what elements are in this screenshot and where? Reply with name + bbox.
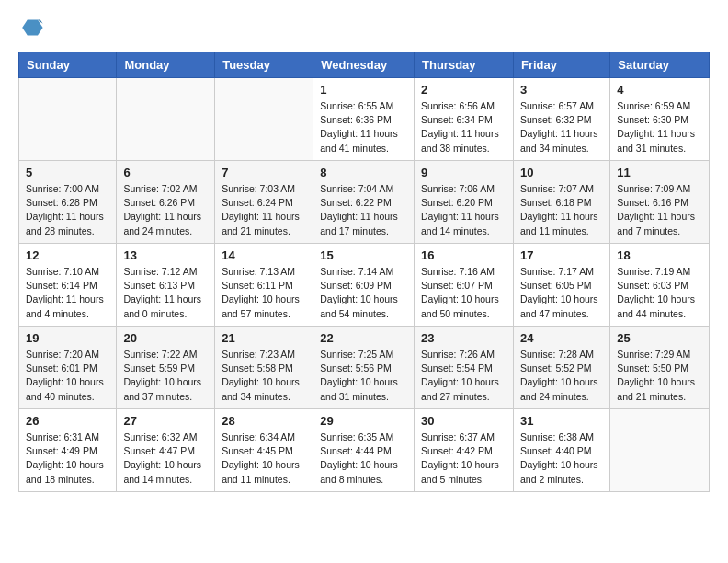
day-number: 12 [26,248,109,262]
calendar-cell: 19Sunrise: 7:20 AM Sunset: 6:01 PM Dayli… [19,327,117,409]
week-row-3: 12Sunrise: 7:10 AM Sunset: 6:14 PM Dayli… [19,244,710,327]
day-number: 9 [421,166,506,179]
calendar-cell: 10Sunrise: 7:07 AM Sunset: 6:18 PM Dayli… [513,161,609,244]
day-info: Sunrise: 6:31 AM Sunset: 4:49 PM Dayligh… [26,431,109,487]
calendar-cell: 1Sunrise: 6:55 AM Sunset: 6:36 PM Daylig… [313,78,415,161]
day-info: Sunrise: 7:03 AM Sunset: 6:24 PM Dayligh… [222,182,306,238]
calendar-cell: 17Sunrise: 7:17 AM Sunset: 6:05 PM Dayli… [513,244,609,327]
day-info: Sunrise: 6:55 AM Sunset: 6:36 PM Dayligh… [320,99,407,155]
day-info: Sunrise: 7:10 AM Sunset: 6:14 PM Dayligh… [26,265,109,321]
calendar-cell: 24Sunrise: 7:28 AM Sunset: 5:52 PM Dayli… [513,327,609,409]
day-number: 17 [520,248,603,262]
day-number: 8 [320,166,407,179]
day-number: 16 [421,248,506,262]
calendar-cell: 2Sunrise: 6:56 AM Sunset: 6:34 PM Daylig… [415,78,514,161]
weekday-header-thursday: Thursday [415,52,514,78]
day-info: Sunrise: 7:23 AM Sunset: 5:58 PM Dayligh… [222,348,306,404]
logo [18,15,48,40]
day-info: Sunrise: 6:56 AM Sunset: 6:34 PM Dayligh… [421,99,506,155]
week-row-1: 1Sunrise: 6:55 AM Sunset: 6:36 PM Daylig… [19,78,710,161]
day-info: Sunrise: 7:14 AM Sunset: 6:09 PM Dayligh… [320,265,407,321]
day-number: 30 [421,414,506,428]
day-number: 11 [617,166,702,179]
calendar-cell: 21Sunrise: 7:23 AM Sunset: 5:58 PM Dayli… [215,327,313,409]
calendar-cell [610,409,710,492]
day-info: Sunrise: 7:28 AM Sunset: 5:52 PM Dayligh… [520,348,603,404]
day-info: Sunrise: 6:57 AM Sunset: 6:32 PM Dayligh… [520,99,603,155]
weekday-header-sunday: Sunday [19,52,117,78]
calendar-cell: 5Sunrise: 7:00 AM Sunset: 6:28 PM Daylig… [19,161,117,244]
day-number: 20 [123,331,208,345]
day-info: Sunrise: 6:38 AM Sunset: 4:40 PM Dayligh… [520,431,603,487]
calendar-cell: 27Sunrise: 6:32 AM Sunset: 4:47 PM Dayli… [117,409,215,492]
day-number: 26 [26,414,109,428]
weekday-header-saturday: Saturday [610,52,710,78]
calendar-cell: 8Sunrise: 7:04 AM Sunset: 6:22 PM Daylig… [313,161,415,244]
day-info: Sunrise: 7:22 AM Sunset: 5:59 PM Dayligh… [123,348,208,404]
calendar-cell [19,78,117,161]
day-number: 10 [520,166,603,179]
calendar-cell: 25Sunrise: 7:29 AM Sunset: 5:50 PM Dayli… [610,327,710,409]
day-number: 28 [222,414,306,428]
day-info: Sunrise: 6:59 AM Sunset: 6:30 PM Dayligh… [617,99,702,155]
weekday-header-wednesday: Wednesday [313,52,415,78]
day-info: Sunrise: 7:29 AM Sunset: 5:50 PM Dayligh… [617,348,702,404]
calendar-cell: 22Sunrise: 7:25 AM Sunset: 5:56 PM Dayli… [313,327,415,409]
calendar-cell: 7Sunrise: 7:03 AM Sunset: 6:24 PM Daylig… [215,161,313,244]
day-number: 22 [320,331,407,345]
day-info: Sunrise: 7:06 AM Sunset: 6:20 PM Dayligh… [421,182,506,238]
day-info: Sunrise: 7:19 AM Sunset: 6:03 PM Dayligh… [617,265,702,321]
calendar-cell: 18Sunrise: 7:19 AM Sunset: 6:03 PM Dayli… [610,244,710,327]
calendar-cell: 11Sunrise: 7:09 AM Sunset: 6:16 PM Dayli… [610,161,710,244]
day-number: 1 [320,83,407,97]
day-info: Sunrise: 7:00 AM Sunset: 6:28 PM Dayligh… [26,182,109,238]
calendar-cell: 9Sunrise: 7:06 AM Sunset: 6:20 PM Daylig… [415,161,514,244]
calendar-cell: 29Sunrise: 6:35 AM Sunset: 4:44 PM Dayli… [313,409,415,492]
day-number: 6 [123,166,208,179]
day-info: Sunrise: 6:37 AM Sunset: 4:42 PM Dayligh… [421,431,506,487]
day-info: Sunrise: 6:35 AM Sunset: 4:44 PM Dayligh… [320,431,407,487]
day-info: Sunrise: 7:17 AM Sunset: 6:05 PM Dayligh… [520,265,603,321]
day-info: Sunrise: 7:13 AM Sunset: 6:11 PM Dayligh… [222,265,306,321]
calendar-cell: 28Sunrise: 6:34 AM Sunset: 4:45 PM Dayli… [215,409,313,492]
day-number: 5 [26,166,109,179]
day-info: Sunrise: 7:20 AM Sunset: 6:01 PM Dayligh… [26,348,109,404]
day-number: 23 [421,331,506,345]
calendar-cell: 16Sunrise: 7:16 AM Sunset: 6:07 PM Dayli… [415,244,514,327]
calendar-cell [215,78,313,161]
svg-marker-0 [22,20,42,36]
day-number: 25 [617,331,702,345]
day-number: 13 [123,248,208,262]
day-number: 4 [617,83,702,97]
day-number: 27 [123,414,208,428]
day-number: 21 [222,331,306,345]
day-info: Sunrise: 7:07 AM Sunset: 6:18 PM Dayligh… [520,182,603,238]
calendar-cell: 23Sunrise: 7:26 AM Sunset: 5:54 PM Dayli… [415,327,514,409]
day-number: 14 [222,248,306,262]
page: SundayMondayTuesdayWednesdayThursdayFrid… [0,0,728,507]
calendar-cell: 12Sunrise: 7:10 AM Sunset: 6:14 PM Dayli… [19,244,117,327]
week-row-5: 26Sunrise: 6:31 AM Sunset: 4:49 PM Dayli… [19,409,710,492]
day-number: 19 [26,331,109,345]
calendar: SundayMondayTuesdayWednesdayThursdayFrid… [18,52,710,492]
weekday-header-tuesday: Tuesday [215,52,313,78]
logo-icon [18,15,44,40]
day-number: 29 [320,414,407,428]
day-number: 24 [520,331,603,345]
calendar-cell: 13Sunrise: 7:12 AM Sunset: 6:13 PM Dayli… [117,244,215,327]
day-number: 15 [320,248,407,262]
day-number: 2 [421,83,506,97]
calendar-cell: 3Sunrise: 6:57 AM Sunset: 6:32 PM Daylig… [513,78,609,161]
day-info: Sunrise: 6:32 AM Sunset: 4:47 PM Dayligh… [123,431,208,487]
calendar-cell: 15Sunrise: 7:14 AM Sunset: 6:09 PM Dayli… [313,244,415,327]
calendar-cell: 30Sunrise: 6:37 AM Sunset: 4:42 PM Dayli… [415,409,514,492]
calendar-cell: 20Sunrise: 7:22 AM Sunset: 5:59 PM Dayli… [117,327,215,409]
day-info: Sunrise: 7:12 AM Sunset: 6:13 PM Dayligh… [123,265,208,321]
calendar-cell: 14Sunrise: 7:13 AM Sunset: 6:11 PM Dayli… [215,244,313,327]
day-info: Sunrise: 7:09 AM Sunset: 6:16 PM Dayligh… [617,182,702,238]
day-info: Sunrise: 6:34 AM Sunset: 4:45 PM Dayligh… [222,431,306,487]
week-row-4: 19Sunrise: 7:20 AM Sunset: 6:01 PM Dayli… [19,327,710,409]
day-info: Sunrise: 7:02 AM Sunset: 6:26 PM Dayligh… [123,182,208,238]
day-info: Sunrise: 7:16 AM Sunset: 6:07 PM Dayligh… [421,265,506,321]
day-number: 3 [520,83,603,97]
